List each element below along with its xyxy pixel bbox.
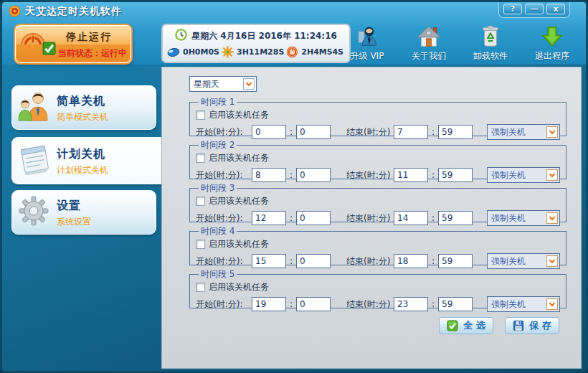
enable-task-checkbox[interactable] [196,283,205,292]
start-minute-input[interactable] [296,254,331,268]
chevron-down-icon[interactable] [546,169,558,181]
vip-person-icon [356,25,379,48]
start-hour-input[interactable] [252,254,286,268]
shutdown-action-select[interactable]: 强制关机 [487,167,560,183]
sidebar-item-subtitle: 简单模式关机 [57,111,108,123]
enable-task-checkbox[interactable] [196,197,205,206]
sidebar-item-subtitle: 计划模式关机 [57,164,108,176]
check-icon [42,42,56,58]
period-legend: 时间段 1 [199,96,237,108]
clock-panel: 星期六 4月16日 2016年 11:24:16 0H0M0S [161,24,351,63]
end-hour-input[interactable] [394,211,428,225]
start-minute-input[interactable] [296,125,331,139]
period-legend: 时间段 5 [199,268,237,280]
stop-running-button[interactable]: 停止运行 当前状态：运行中 [14,24,133,65]
uninstall-button[interactable]: 卸载软件 [465,25,516,62]
sidebar: 简单关机 简单模式关机 计划关机 计划 [2,65,161,371]
about-us-button[interactable]: 关于我们 [404,25,454,62]
start-minute-input[interactable] [296,297,331,311]
header-band: 天艾达定时关机软件 ? — x 停止运行 [2,2,586,65]
clock-icon [175,29,187,43]
enable-task-checkbox[interactable] [196,240,205,249]
minimize-button[interactable]: — [525,4,544,14]
period-4-group: 时间段 4 启用该关机任务 开始(时:分): : 结束(时:分) : 强制关机 [189,225,566,265]
period-legend: 时间段 4 [199,225,237,237]
app-window: 天艾达定时关机软件 ? — x 停止运行 [0,0,588,373]
shutdown-action-select[interactable]: 强制关机 [487,210,560,226]
help-button[interactable]: ? [503,4,522,14]
end-hour-input[interactable] [394,168,428,182]
end-minute-input[interactable] [438,297,473,311]
sidebar-item-title: 简单关机 [57,94,108,109]
start-hour-input[interactable] [252,211,286,225]
shutdown-action-select[interactable]: 强制关机 [487,296,560,312]
house-icon [417,25,441,48]
start-hour-input[interactable] [252,297,286,311]
end-minute-input[interactable] [438,254,473,268]
chevron-down-icon[interactable] [546,126,558,138]
chevron-down-icon[interactable] [243,78,255,90]
select-all-button[interactable]: 全 选 [439,317,493,334]
trash-icon [479,25,502,48]
timer-idle: 0H0M0S [167,47,219,57]
period-2-group: 时间段 2 启用该关机任务 开始(时:分): : 结束(时:分) : 强制关机 [189,139,566,179]
start-time-label: 开始(时:分): [196,126,252,138]
titlebar: 天艾达定时关机软件 ? — x [2,2,586,19]
start-time-label: 开始(时:分): [196,169,252,181]
chevron-down-icon[interactable] [546,212,558,224]
enable-task-label: 启用该关机任务 [209,238,269,250]
toolbar: 升级 VIP 关于我们 [342,25,577,62]
period-legend: 时间段 2 [199,139,237,151]
start-minute-input[interactable] [296,168,331,182]
start-time-label: 开始(时:分): [196,212,252,225]
green-checkbox-icon [447,320,458,331]
exit-program-button[interactable]: 退出程序 [527,25,577,62]
shutdown-action-select[interactable]: 强制关机 [487,124,560,140]
chevron-down-icon[interactable] [546,255,558,267]
end-time-label: 结束(时:分) [346,126,394,138]
sidebar-item-simple-shutdown[interactable]: 简单关机 简单模式关机 [11,85,156,130]
end-hour-input[interactable] [394,297,428,311]
sun-icon [222,46,234,58]
chevron-down-icon[interactable] [546,298,558,310]
shutdown-action-select[interactable]: 强制关机 [487,253,560,269]
start-hour-input[interactable] [252,168,286,182]
sidebar-item-title: 设置 [57,199,91,214]
start-minute-input[interactable] [296,211,331,225]
app-logo-icon [9,5,21,20]
period-legend: 时间段 3 [199,182,237,194]
status-strip: 当前状态：运行中 [16,44,130,62]
enable-task-label: 启用该关机任务 [209,195,269,207]
stop-button-label: 停止运行 [49,31,128,44]
period-3-group: 时间段 3 启用该关机任务 开始(时:分): : 结束(时:分) : 强制关机 [189,182,566,222]
sidebar-item-title: 计划关机 [57,147,108,162]
sidebar-item-settings[interactable]: 设置 系统设置 [11,190,156,235]
enable-task-label: 启用该关机任务 [209,152,269,164]
end-minute-input[interactable] [438,168,473,182]
end-time-label: 结束(时:分) [346,169,394,181]
end-time-label: 结束(时:分) [346,212,394,225]
sidebar-item-planned-shutdown[interactable]: 计划关机 计划模式关机 [11,137,161,184]
run-status-text: 当前状态：运行中 [58,47,127,60]
end-minute-input[interactable] [438,125,473,139]
save-button[interactable]: 保 存 [505,317,559,334]
people-icon [18,91,51,124]
weekday-select[interactable]: 星期天 [189,76,257,92]
upgrade-vip-button[interactable]: 升级 VIP [342,25,392,62]
mouse-icon [167,47,180,57]
window-controls: ? — x [498,2,570,18]
enable-task-checkbox[interactable] [196,110,205,120]
power-icon [286,46,298,58]
start-time-label: 开始(时:分): [196,255,252,268]
planned-shutdown-panel: 星期天 时间段 1 启用该关机任务 开始(时:分): : 结束(时:分) : 强… [161,67,582,369]
timer-uptime: 3H11M28S [222,46,284,58]
gear-icon [18,195,49,230]
end-minute-input[interactable] [438,211,473,225]
close-button[interactable]: x [546,4,565,14]
enable-task-checkbox[interactable] [196,154,205,163]
start-hour-input[interactable] [252,125,286,139]
end-hour-input[interactable] [394,254,428,268]
end-hour-input[interactable] [394,125,428,139]
enable-task-label: 启用该关机任务 [209,281,269,293]
start-time-label: 开始(时:分): [196,298,252,311]
